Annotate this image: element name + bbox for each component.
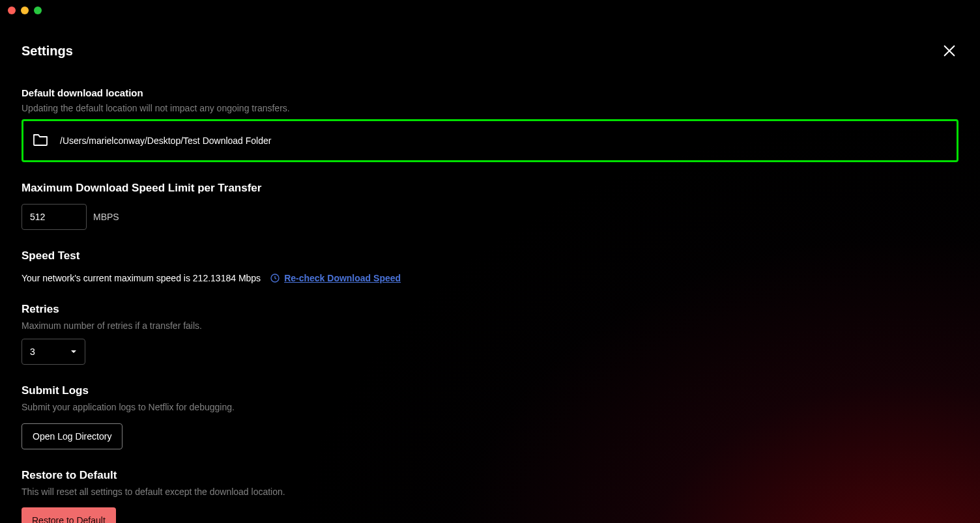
submit-logs-heading: Submit Logs [22,384,958,397]
folder-icon [33,133,48,148]
speed-test-status: Your network's current maximum speed is … [22,273,261,283]
window-minimize-dot[interactable] [21,7,29,14]
speed-limit-heading: Maximum Download Speed Limit per Transfe… [22,182,958,195]
restore-sub: This will reset all settings to default … [22,486,958,499]
open-log-directory-button[interactable]: Open Log Directory [22,423,122,449]
window-traffic-lights[interactable] [8,7,42,14]
page-title: Settings [22,44,73,59]
download-location-heading: Default download location [22,87,958,98]
download-location-field[interactable]: /Users/marielconway/Desktop/Test Downloa… [22,119,958,162]
retries-sub: Maximum number of retries if a transfer … [22,320,958,333]
retries-select[interactable]: 3 [22,339,85,365]
window-zoom-dot[interactable] [34,7,42,14]
download-location-path: /Users/marielconway/Desktop/Test Downloa… [60,135,271,146]
speed-limit-input[interactable] [22,204,87,230]
chevron-down-icon [70,348,77,355]
submit-logs-sub: Submit your application logs to Netflix … [22,401,958,414]
speed-test-heading: Speed Test [22,249,958,262]
window-close-dot[interactable] [8,7,16,14]
retries-heading: Retries [22,303,958,316]
retries-value: 3 [30,346,35,357]
restore-heading: Restore to Default [22,469,958,482]
download-location-sub: Updating the default location will not i… [22,102,958,115]
speed-limit-unit: MBPS [93,212,119,222]
clock-icon [270,273,280,283]
close-button[interactable] [940,42,958,60]
restore-default-button[interactable]: Restore to Default [22,507,116,523]
close-icon [942,44,957,58]
recheck-speed-link[interactable]: Re-check Download Speed [284,273,401,283]
